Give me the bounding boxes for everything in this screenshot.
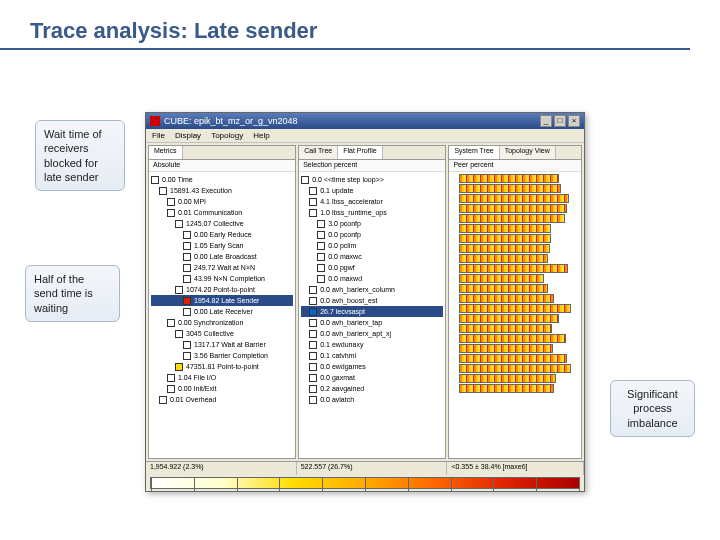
heatmap-row[interactable] bbox=[451, 314, 579, 323]
tree-row[interactable]: 0.0 maxwc bbox=[301, 251, 443, 262]
heatmap-row[interactable] bbox=[451, 264, 579, 273]
heatmap-row[interactable] bbox=[451, 214, 579, 223]
tree-row[interactable]: 0.00 Time bbox=[151, 174, 293, 185]
heatmap-row[interactable] bbox=[451, 184, 579, 193]
tree-row[interactable]: 0.0 pgwf bbox=[301, 262, 443, 273]
menu-help[interactable]: Help bbox=[253, 131, 269, 140]
close-button[interactable]: × bbox=[568, 115, 580, 127]
tree-label: 0.01 Communication bbox=[178, 207, 242, 218]
heatmap-row[interactable] bbox=[451, 274, 579, 283]
heatmap-row[interactable] bbox=[451, 174, 579, 183]
heatmap-row[interactable] bbox=[451, 374, 579, 383]
tree-row[interactable]: 1245.07 Collective bbox=[151, 218, 293, 229]
tree-row[interactable]: 0.0 avlatch bbox=[301, 394, 443, 405]
tree-row[interactable]: 0.0 ewdgames bbox=[301, 361, 443, 372]
tree-label: 1245.07 Collective bbox=[186, 218, 244, 229]
tree-row[interactable]: 0.2 aavgained bbox=[301, 383, 443, 394]
tree-row[interactable]: 0.00 Synchronization bbox=[151, 317, 293, 328]
metric-color-box bbox=[317, 242, 325, 250]
tree-row[interactable]: 3.0 pconfp bbox=[301, 218, 443, 229]
tree-row[interactable]: 0.00 Early Reduce bbox=[151, 229, 293, 240]
tree-row[interactable]: 15891.43 Execution bbox=[151, 185, 293, 196]
tree-row[interactable]: 0.01 Overhead bbox=[151, 394, 293, 405]
tab-flatprofile[interactable]: Flat Profile bbox=[338, 146, 382, 159]
metric-color-box bbox=[309, 385, 317, 393]
heatmap-row[interactable] bbox=[451, 204, 579, 213]
heatmap-row[interactable] bbox=[451, 284, 579, 293]
heatmap-row[interactable] bbox=[451, 244, 579, 253]
titlebar[interactable]: CUBE: epik_bt_mz_or_g_vn2048 _ □ × bbox=[146, 113, 584, 129]
tree-row[interactable]: 0.0 maxwd bbox=[301, 273, 443, 284]
metrics-tree[interactable]: 0.00 Time15891.43 Execution0.00 MPI0.01 … bbox=[149, 172, 295, 458]
tree-row[interactable]: 0.00 Init/Exit bbox=[151, 383, 293, 394]
metric-color-box bbox=[317, 275, 325, 283]
tree-row[interactable]: 3045 Collective bbox=[151, 328, 293, 339]
tree-row[interactable]: 0.00 Late Receiver bbox=[151, 306, 293, 317]
menu-file[interactable]: File bbox=[152, 131, 165, 140]
calltree-tree[interactable]: 0.0 <<time step loop>>0.1 update4.1 lbss… bbox=[299, 172, 445, 458]
tree-label: 1.0 lbss_runtime_ops bbox=[320, 207, 387, 218]
tree-row[interactable]: 0.1 catvhml bbox=[301, 350, 443, 361]
tree-row[interactable]: 0.1 update bbox=[301, 185, 443, 196]
metrics-dropdown[interactable]: Absolute bbox=[149, 160, 295, 172]
heatmap-row[interactable] bbox=[451, 344, 579, 353]
tree-label: 3045 Collective bbox=[186, 328, 234, 339]
tree-row[interactable]: 249.72 Wait at N×N bbox=[151, 262, 293, 273]
tree-row[interactable]: 1.0 lbss_runtime_ops bbox=[301, 207, 443, 218]
metric-color-box bbox=[183, 231, 191, 239]
tab-calltree[interactable]: Call Tree bbox=[299, 146, 338, 159]
metric-color-box bbox=[175, 220, 183, 228]
tree-row[interactable]: 0.0 <<time step loop>> bbox=[301, 174, 443, 185]
tree-row[interactable]: 0.0 avh_boost_est bbox=[301, 295, 443, 306]
tree-row[interactable]: 0.0 avh_barierx_column bbox=[301, 284, 443, 295]
heatmap-row[interactable] bbox=[451, 294, 579, 303]
tree-row[interactable]: 0.00 Late Broadcast bbox=[151, 251, 293, 262]
system-dropdown[interactable]: Peer percent bbox=[449, 160, 581, 172]
tree-row[interactable]: 26.7 lecvsaspt bbox=[301, 306, 443, 317]
tree-row[interactable]: 3.56 Barrier Completion bbox=[151, 350, 293, 361]
tree-row[interactable]: 0.0 pclim bbox=[301, 240, 443, 251]
tab-systemtree[interactable]: System Tree bbox=[449, 146, 499, 159]
menu-display[interactable]: Display bbox=[175, 131, 201, 140]
tree-row[interactable]: 43.99 N×N Completion bbox=[151, 273, 293, 284]
tab-topology[interactable]: Topology View bbox=[500, 146, 556, 159]
metric-color-box bbox=[317, 220, 325, 228]
tree-row[interactable]: 1.04 File I/O bbox=[151, 372, 293, 383]
tree-row[interactable]: 1074.20 Point-to-point bbox=[151, 284, 293, 295]
tree-row[interactable]: 0.1 ewdunaxy bbox=[301, 339, 443, 350]
tree-row[interactable]: 0.0 gaxmat bbox=[301, 372, 443, 383]
system-heatmap[interactable] bbox=[449, 172, 581, 458]
tree-row[interactable]: 1317.17 Wait at Barrier bbox=[151, 339, 293, 350]
tree-row[interactable]: 0.0 pconfp bbox=[301, 229, 443, 240]
heatmap-row[interactable] bbox=[451, 234, 579, 243]
heatmap-row[interactable] bbox=[451, 194, 579, 203]
heatmap-row[interactable] bbox=[451, 334, 579, 343]
tree-row[interactable]: 1.05 Early Scan bbox=[151, 240, 293, 251]
tree-row[interactable]: 4.1 lbss_accelerator bbox=[301, 196, 443, 207]
heatmap-row[interactable] bbox=[451, 324, 579, 333]
metric-color-box bbox=[309, 363, 317, 371]
metric-color-box bbox=[167, 209, 175, 217]
tree-label: 43.99 N×N Completion bbox=[194, 273, 265, 284]
heatmap-row[interactable] bbox=[451, 224, 579, 233]
heatmap-row[interactable] bbox=[451, 384, 579, 393]
calltree-dropdown[interactable]: Selection percent bbox=[299, 160, 445, 172]
tree-row[interactable]: 47351.81 Point-to-point bbox=[151, 361, 293, 372]
tree-row[interactable]: 0.00 MPI bbox=[151, 196, 293, 207]
tree-row[interactable]: 0.0 avh_barierx_tap bbox=[301, 317, 443, 328]
tree-row[interactable]: 0.0 avh_barierx_apt_xj bbox=[301, 328, 443, 339]
minimize-button[interactable]: _ bbox=[540, 115, 552, 127]
tree-row[interactable]: 1954.82 Late Sender bbox=[151, 295, 293, 306]
tree-row[interactable]: 0.01 Communication bbox=[151, 207, 293, 218]
maximize-button[interactable]: □ bbox=[554, 115, 566, 127]
tree-label: 3.0 pconfp bbox=[328, 218, 361, 229]
heatmap-row[interactable] bbox=[451, 304, 579, 313]
menu-topology[interactable]: Topology bbox=[211, 131, 243, 140]
heatmap-row[interactable] bbox=[451, 364, 579, 373]
tree-label: 1.04 File I/O bbox=[178, 372, 216, 383]
heatmap-row[interactable] bbox=[451, 354, 579, 363]
tree-label: 0.00 Late Broadcast bbox=[194, 251, 257, 262]
metric-color-box bbox=[183, 297, 191, 305]
heatmap-row[interactable] bbox=[451, 254, 579, 263]
tab-metrics[interactable]: Metrics bbox=[149, 146, 183, 159]
